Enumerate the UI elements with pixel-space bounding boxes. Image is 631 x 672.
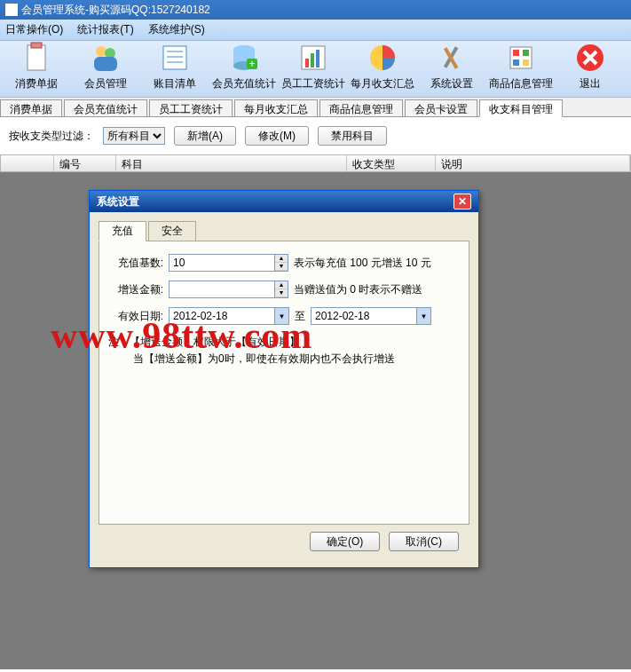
col-type: 收支类型 xyxy=(347,155,436,171)
tab-5[interactable]: 会员卡设置 xyxy=(405,99,477,116)
filter-label: 按收支类型过滤： xyxy=(9,129,94,144)
tool-exit[interactable]: 退出 xyxy=(556,44,625,93)
svg-rect-16 xyxy=(311,53,314,67)
svg-rect-15 xyxy=(305,59,309,67)
menu-report[interactable]: 统计报表(T) xyxy=(77,22,133,37)
cancel-button[interactable]: 取消(C) xyxy=(389,532,459,551)
base-label: 充值基数: xyxy=(108,256,163,271)
people-icon xyxy=(89,41,122,75)
table-header: 编号 科目 收支类型 说明 xyxy=(0,154,631,172)
svg-rect-1 xyxy=(31,43,42,48)
exit-icon xyxy=(573,41,607,75)
app-icon xyxy=(5,4,18,16)
dialog-titlebar[interactable]: 系统设置 ✕ xyxy=(90,191,478,212)
base-spinner[interactable]: ▲▼ xyxy=(275,254,288,272)
tools-icon xyxy=(435,41,469,75)
tool-goods[interactable]: 商品信息管理 xyxy=(486,44,556,93)
tool-salary[interactable]: 员工工资统计 xyxy=(279,44,348,93)
window-title: 会员管理系统-购买源码QQ:1527240182 xyxy=(21,3,210,18)
tool-settings[interactable]: 系统设置 xyxy=(417,44,486,93)
svg-text:+: + xyxy=(248,58,255,70)
bonus-desc: 当赠送值为 0 时表示不赠送 xyxy=(294,282,422,297)
add-button[interactable]: 新增(A) xyxy=(174,126,236,146)
col-blank xyxy=(1,155,54,171)
svg-rect-17 xyxy=(316,50,319,67)
base-input[interactable] xyxy=(169,254,275,272)
document-tabs: 消费单据会员充值统计员工工资统计每月收支汇总商品信息管理会员卡设置收支科目管理 xyxy=(0,98,631,117)
tab-4[interactable]: 商品信息管理 xyxy=(319,99,403,116)
svg-rect-24 xyxy=(513,59,519,66)
date-from-input[interactable] xyxy=(169,307,275,325)
tab-recharge[interactable]: 充值 xyxy=(99,221,146,241)
svg-rect-22 xyxy=(513,50,519,56)
clipboard-icon xyxy=(20,41,53,75)
close-icon[interactable]: ✕ xyxy=(454,194,471,210)
tool-label: 每月收支汇总 xyxy=(351,76,414,91)
menubar: 日常操作(O) 统计报表(T) 系统维护(S) xyxy=(0,20,631,41)
grid-icon xyxy=(504,41,538,75)
tool-label: 商品信息管理 xyxy=(489,76,553,91)
pie-icon xyxy=(366,41,399,75)
chevron-down-icon[interactable]: ▼ xyxy=(275,307,289,325)
tool-account[interactable]: 账目清单 xyxy=(140,44,209,93)
chart-icon xyxy=(296,41,330,75)
tool-recharge[interactable]: +会员充值统计 xyxy=(209,44,279,93)
bonus-input[interactable] xyxy=(169,281,275,298)
menu-maintain[interactable]: 系统维护(S) xyxy=(148,22,205,37)
tab-0[interactable]: 消费单据 xyxy=(0,99,62,116)
date-to-input[interactable] xyxy=(311,307,417,325)
tool-consume[interactable]: 消费单据 xyxy=(2,44,71,93)
date-to-label: 至 xyxy=(295,309,305,324)
base-desc: 表示每充值 100 元增送 10 元 xyxy=(294,256,431,271)
tab-security[interactable]: 安全 xyxy=(148,221,196,241)
filter-bar: 按收支类型过滤： 所有科目 新增(A) 修改(M) 禁用科目 xyxy=(0,117,631,154)
note-text: 注：【增送金额】权限大于【有效日期】 当【增送金额】为0时，即使在有效期内也不会… xyxy=(108,334,460,368)
chevron-down-icon[interactable]: ▼ xyxy=(417,307,431,325)
tool-label: 员工工资统计 xyxy=(281,76,345,91)
ok-button[interactable]: 确定(O) xyxy=(310,532,380,551)
svg-rect-0 xyxy=(28,45,45,70)
tab-2[interactable]: 员工工资统计 xyxy=(149,99,233,116)
tool-label: 消费单据 xyxy=(15,76,58,91)
grid-area: 系统设置 ✕ 充值 安全 www.98ttw.com 充值基数: ▲▼ 表示每充… xyxy=(0,172,631,669)
filter-select[interactable]: 所有科目 xyxy=(103,127,165,145)
tool-label: 会员管理 xyxy=(84,76,127,91)
tool-label: 退出 xyxy=(580,76,601,91)
svg-rect-4 xyxy=(94,57,117,71)
tab-1[interactable]: 会员充值统计 xyxy=(64,99,147,116)
db-icon: + xyxy=(227,41,261,75)
dialog-title: 系统设置 xyxy=(97,194,139,210)
tool-label: 会员充值统计 xyxy=(212,76,276,91)
bonus-label: 增送金额: xyxy=(108,282,163,297)
menu-daily[interactable]: 日常操作(O) xyxy=(5,22,63,37)
tab-3[interactable]: 每月收支汇总 xyxy=(234,99,318,116)
tab-6[interactable]: 收支科目管理 xyxy=(479,99,563,117)
svg-rect-23 xyxy=(523,50,529,56)
settings-dialog: 系统设置 ✕ 充值 安全 www.98ttw.com 充值基数: ▲▼ 表示每充… xyxy=(89,190,479,568)
list-icon xyxy=(158,41,192,75)
bonus-spinner[interactable]: ▲▼ xyxy=(275,281,288,298)
svg-point-2 xyxy=(96,46,106,57)
toolbar: 消费单据会员管理账目清单+会员充值统计员工工资统计每月收支汇总系统设置商品信息管… xyxy=(0,41,631,98)
tool-label: 系统设置 xyxy=(430,76,473,91)
date-label: 有效日期: xyxy=(108,309,163,324)
dialog-panel: www.98ttw.com 充值基数: ▲▼ 表示每充值 100 元增送 10 … xyxy=(99,241,469,525)
svg-rect-5 xyxy=(163,46,186,69)
window-titlebar: 会员管理系统-购买源码QQ:1527240182 xyxy=(0,0,631,20)
dialog-footer: 确定(O) 取消(C) xyxy=(99,525,469,558)
tool-member[interactable]: 会员管理 xyxy=(71,44,140,93)
col-subject: 科目 xyxy=(116,155,347,171)
tool-monthly[interactable]: 每月收支汇总 xyxy=(348,44,417,93)
svg-rect-25 xyxy=(523,59,529,66)
disable-button[interactable]: 禁用科目 xyxy=(318,126,387,146)
tool-label: 账目清单 xyxy=(154,76,196,91)
dialog-tabs: 充值 安全 xyxy=(99,221,469,241)
edit-button[interactable]: 修改(M) xyxy=(245,126,309,146)
col-desc: 说明 xyxy=(436,155,630,171)
col-id: 编号 xyxy=(54,155,116,171)
